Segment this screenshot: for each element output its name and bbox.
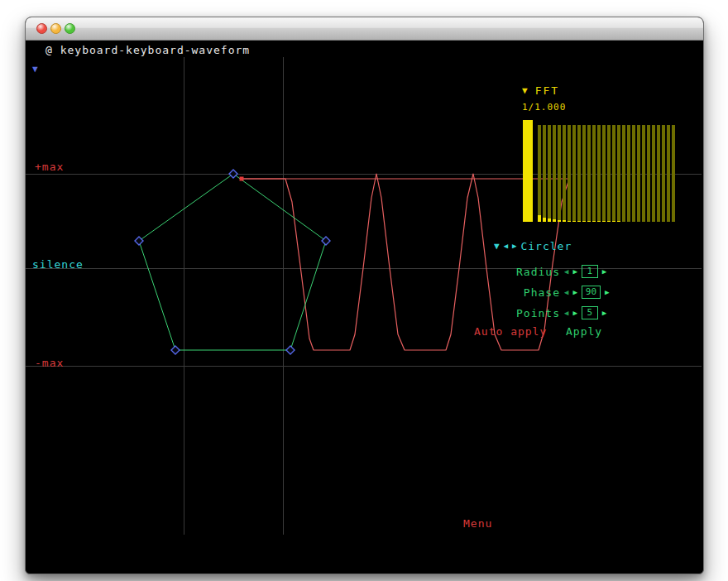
- fft-harmonic-track[interactable]: [563, 125, 566, 222]
- decrement-icon[interactable]: ◀: [564, 289, 568, 296]
- fft-harmonic-value: [587, 221, 591, 222]
- vertex-handle[interactable]: [286, 346, 295, 354]
- fft-bars[interactable]: [523, 120, 682, 223]
- fft-title: FFT: [535, 84, 559, 97]
- fft-harmonic-track[interactable]: [572, 125, 576, 222]
- circler-collapse-icon[interactable]: ▼: [494, 242, 500, 251]
- fft-harmonic-value: [592, 221, 596, 222]
- fft-harmonic-track[interactable]: [577, 125, 581, 222]
- circler-shape-outline: [139, 174, 326, 350]
- fft-harmonic-track[interactable]: [582, 125, 586, 222]
- palette-toggle-icon[interactable]: ▼: [32, 65, 38, 74]
- decrement-icon[interactable]: ◀: [564, 268, 568, 276]
- fft-harmonic-value: [617, 221, 620, 222]
- fft-harmonic-track[interactable]: [548, 125, 551, 222]
- fft-harmonic-value: [612, 221, 615, 222]
- fft-harmonic-track[interactable]: [612, 125, 615, 222]
- fft-harmonic-track[interactable]: [553, 125, 556, 222]
- fft-harmonic-track[interactable]: [647, 125, 650, 222]
- fft-harmonic-value: [538, 215, 541, 222]
- fft-harmonic-track[interactable]: [667, 125, 670, 222]
- fft-harmonic-track[interactable]: [657, 125, 660, 222]
- fft-harmonic-value: [607, 221, 611, 222]
- fft-harmonic-track[interactable]: [597, 125, 601, 222]
- start-marker: [240, 177, 244, 181]
- apply-button[interactable]: Apply: [566, 325, 602, 338]
- auto-apply-button[interactable]: Auto apply: [474, 325, 547, 338]
- titlebar[interactable]: [26, 17, 703, 41]
- points-commit-icon[interactable]: ▶: [602, 310, 606, 317]
- fft-harmonic-track[interactable]: [543, 125, 546, 222]
- app-window: @ keyboard-keyboard-waveform ▼ +max sile…: [25, 17, 704, 574]
- silence-label: silence: [32, 258, 84, 271]
- points-row: Points ◀ ▶ 5 ▶: [489, 305, 606, 321]
- fft-harmonic-track[interactable]: [622, 125, 625, 222]
- prev-tool-icon[interactable]: ◀: [504, 242, 508, 250]
- fft-harmonic-track[interactable]: [642, 125, 645, 222]
- fft-harmonic-track[interactable]: [607, 125, 611, 222]
- fft-harmonic-value: [572, 221, 576, 222]
- increment-icon[interactable]: ▶: [572, 268, 577, 276]
- close-button[interactable]: [36, 23, 47, 34]
- fft-panel-header: ▼ FFT: [522, 84, 559, 97]
- fft-harmonic-track[interactable]: [558, 125, 561, 222]
- next-tool-icon[interactable]: ▶: [512, 242, 516, 250]
- fft-harmonic-value: [577, 221, 581, 222]
- fft-harmonic-track[interactable]: [592, 125, 596, 222]
- radius-row: Radius ◀ ▶ 1 ▶: [489, 263, 606, 280]
- fft-harmonic-track[interactable]: [652, 125, 655, 222]
- fft-harmonic-track[interactable]: [602, 125, 606, 222]
- fft-fundamental-bar[interactable]: [523, 120, 533, 222]
- fft-harmonic-track[interactable]: [627, 125, 630, 222]
- fft-harmonic-value: [568, 221, 571, 222]
- points-label: Points: [489, 307, 560, 319]
- zoom-button[interactable]: [65, 23, 75, 34]
- vertex-handle[interactable]: [171, 346, 180, 354]
- menu-button[interactable]: Menu: [463, 517, 492, 530]
- decrement-icon[interactable]: ◀: [564, 310, 568, 317]
- circler-title: Circler: [520, 240, 572, 252]
- minus-max-label: -max: [35, 357, 64, 369]
- editor-content: @ keyboard-keyboard-waveform ▼ +max sile…: [26, 41, 702, 572]
- fft-harmonic-value: [558, 220, 561, 222]
- fft-harmonic-value: [602, 221, 606, 222]
- phase-commit-icon[interactable]: ▶: [605, 289, 609, 296]
- fft-collapse-icon[interactable]: ▼: [522, 86, 528, 95]
- fft-harmonic-track[interactable]: [568, 125, 571, 222]
- fft-harmonic-track[interactable]: [587, 125, 591, 222]
- increment-icon[interactable]: ▶: [572, 310, 577, 317]
- phase-row: Phase ◀ ▶ 90 ▶: [489, 284, 610, 300]
- fft-harmonic-value: [548, 218, 551, 222]
- minimize-button[interactable]: [50, 23, 61, 34]
- radius-commit-icon[interactable]: ▶: [602, 268, 606, 276]
- increment-icon[interactable]: ▶: [572, 289, 577, 296]
- fft-scale-label: 1/1.000: [522, 102, 566, 113]
- waveform-path: [242, 174, 569, 350]
- radius-label: Radius: [489, 266, 560, 278]
- fft-harmonic-track[interactable]: [538, 125, 541, 222]
- fft-harmonic-track[interactable]: [637, 125, 640, 222]
- fft-harmonic-value: [582, 221, 586, 222]
- fft-harmonic-track[interactable]: [662, 125, 665, 222]
- vertex-handle[interactable]: [322, 237, 330, 245]
- fft-harmonic-value: [543, 218, 546, 222]
- phase-value-field[interactable]: 90: [582, 286, 601, 299]
- fft-harmonic-value: [597, 221, 601, 222]
- fft-harmonic-track[interactable]: [672, 125, 675, 222]
- phase-label: Phase: [489, 286, 560, 299]
- patch-title: @ keyboard-keyboard-waveform: [46, 44, 250, 56]
- fft-harmonic-value: [553, 219, 556, 222]
- fft-harmonic-track[interactable]: [617, 125, 620, 222]
- vertex-handle[interactable]: [229, 170, 237, 178]
- vertex-handle[interactable]: [135, 237, 143, 245]
- points-value-field[interactable]: 5: [582, 306, 598, 319]
- circler-panel-header: ▼ ◀ ▶ Circler: [494, 240, 572, 252]
- fft-harmonic-value: [563, 220, 566, 222]
- plus-max-label: +max: [35, 161, 64, 173]
- radius-value-field[interactable]: 1: [582, 265, 598, 278]
- fft-harmonic-track[interactable]: [632, 125, 635, 222]
